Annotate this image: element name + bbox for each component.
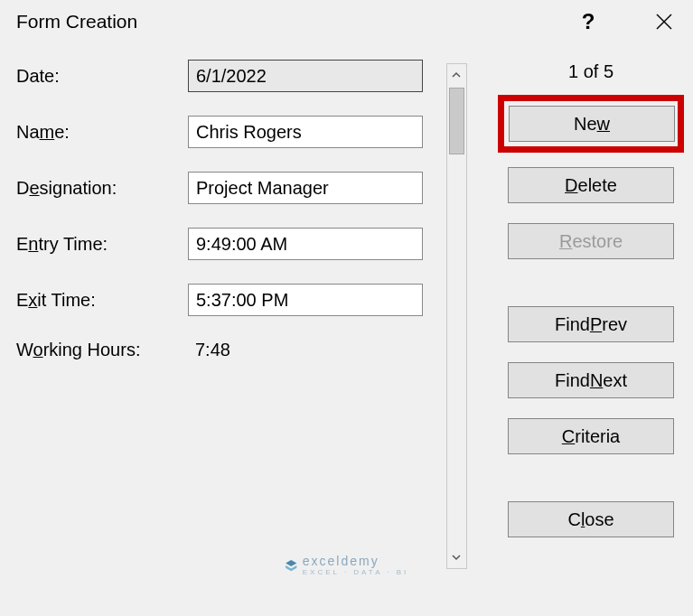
find-prev-button[interactable]: Find Prev xyxy=(508,306,674,342)
watermark-sub: EXCEL · DATA · BI xyxy=(303,568,409,576)
form-fields: Date: Name: Designation: Entry Time: Exi… xyxy=(16,60,441,578)
label-entry-time: Entry Time: xyxy=(16,234,188,255)
close-icon xyxy=(655,13,673,31)
row-working-hours: Working Hours: 7:48 xyxy=(16,340,441,360)
title-controls: ? xyxy=(567,4,686,40)
svg-marker-3 xyxy=(286,565,296,571)
dialog-title: Form Creation xyxy=(16,11,567,33)
close-button[interactable] xyxy=(642,4,686,40)
input-date[interactable] xyxy=(188,60,423,92)
record-counter: 1 of 5 xyxy=(568,61,613,82)
svg-marker-2 xyxy=(286,559,296,565)
input-name[interactable] xyxy=(188,116,423,148)
label-designation: Designation: xyxy=(16,178,188,199)
restore-button[interactable]: Restore xyxy=(508,223,674,259)
watermark: exceldemy EXCEL · DATA · BI xyxy=(285,554,409,576)
criteria-button[interactable]: Criteria xyxy=(508,418,674,454)
label-working-hours: Working Hours: xyxy=(16,340,188,360)
help-button[interactable]: ? xyxy=(567,4,610,40)
scroll-thumb[interactable] xyxy=(449,88,464,154)
scroll-track[interactable] xyxy=(447,86,466,546)
label-name: Name: xyxy=(16,122,188,143)
titlebar: Form Creation ? xyxy=(0,0,693,43)
value-working-hours: 7:48 xyxy=(188,340,230,360)
find-next-button[interactable]: Find Next xyxy=(508,362,674,398)
highlight-new: New xyxy=(498,95,684,153)
row-designation: Designation: xyxy=(16,172,441,204)
row-date: Date: xyxy=(16,60,441,92)
record-scrollbar[interactable] xyxy=(446,63,467,569)
watermark-brand: exceldemy xyxy=(303,554,409,568)
row-entry-time: Entry Time: xyxy=(16,228,441,260)
input-exit-time[interactable] xyxy=(188,284,423,316)
close-form-button[interactable]: Close xyxy=(508,501,674,537)
chevron-up-icon xyxy=(451,70,462,80)
delete-button[interactable]: Delete xyxy=(508,167,674,203)
new-button[interactable]: New xyxy=(509,106,675,142)
label-exit-time: Exit Time: xyxy=(16,290,188,311)
content: Date: Name: Designation: Entry Time: Exi… xyxy=(0,43,693,585)
scroll-down[interactable] xyxy=(447,546,466,568)
logo-icon xyxy=(285,559,297,572)
chevron-down-icon xyxy=(451,552,462,563)
row-name: Name: xyxy=(16,116,441,148)
button-column: 1 of 5 New Delete Restore Find Prev Find… xyxy=(467,60,684,578)
label-date: Date: xyxy=(16,66,188,87)
dialog: Form Creation ? Date: Name: Designation: xyxy=(0,0,693,616)
input-designation[interactable] xyxy=(188,172,423,204)
row-exit-time: Exit Time: xyxy=(16,284,441,316)
input-entry-time[interactable] xyxy=(188,228,423,260)
scroll-up[interactable] xyxy=(447,64,466,86)
